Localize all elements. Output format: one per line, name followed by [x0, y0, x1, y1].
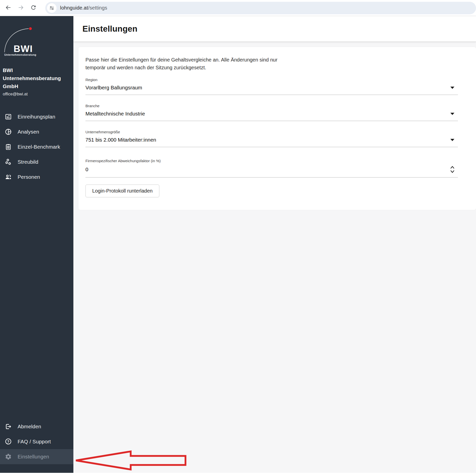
field-value: 751 bis 2.000 Mitarbeiter:innen	[85, 136, 156, 144]
sidebar-item-einzel-benchmark[interactable]: Einzel-Benchmark	[0, 139, 73, 154]
stepper-up-icon	[451, 166, 454, 168]
sidebar-footer-nav: Abmelden ? FAQ / Support	[0, 419, 73, 464]
reload-icon	[30, 4, 37, 12]
field-value: 0	[85, 166, 88, 173]
page-header: Einstellungen	[73, 16, 476, 41]
sidebar-nav: Einreihungsplan Analysen	[0, 109, 73, 185]
forward-icon	[18, 4, 24, 12]
field-value: Metalltechnische Industrie	[85, 110, 145, 117]
company-name-line: BWI	[3, 66, 69, 74]
sidebar-item-streubild[interactable]: Streubild	[0, 154, 73, 169]
reload-button[interactable]	[27, 2, 40, 14]
chevron-down-icon[interactable]	[450, 113, 454, 115]
region-field: Region Vorarlberg Ballungsraum	[85, 78, 458, 95]
field-label: Unternehmensgröße	[85, 130, 458, 134]
main-area: Einstellungen Passe hier die Einstellung…	[73, 16, 476, 473]
sidebar-item-einreihungsplan[interactable]: Einreihungsplan	[0, 109, 73, 124]
sidebar-item-label: Streubild	[18, 159, 38, 165]
sidebar-item-personen[interactable]: Personen	[0, 169, 73, 185]
settings-description: Passe hier die Einstellungen für deine G…	[85, 56, 284, 72]
unternehmensgroesse-field: Unternehmensgröße 751 bis 2.000 Mitarbei…	[85, 130, 458, 147]
annotation-arrow-left	[75, 450, 187, 470]
region-select[interactable]: Vorarlberg Ballungsraum	[85, 84, 458, 95]
sidebar-item-label: Einstellungen	[18, 454, 49, 460]
chevron-down-icon[interactable]	[450, 87, 454, 89]
clipboard-icon	[5, 143, 12, 151]
number-stepper[interactable]	[450, 165, 455, 174]
download-login-protocol-button[interactable]: Login-Protokoll runterladen	[85, 185, 159, 197]
bwi-logo: BWI Unternehmensberatung	[0, 23, 73, 63]
company-name-line: GmbH	[3, 82, 69, 90]
chevron-down-icon[interactable]	[450, 139, 454, 141]
logout-icon	[5, 423, 12, 430]
back-button[interactable]	[2, 2, 15, 14]
help-icon: ?	[5, 438, 12, 445]
branche-select[interactable]: Metalltechnische Industrie	[85, 110, 458, 121]
browser-toolbar: lohnguide.at/settings	[0, 0, 476, 16]
unternehmensgroesse-select[interactable]: 751 bis 2.000 Mitarbeiter:innen	[85, 136, 458, 147]
logo-sub-text: Unternehmensberatung	[4, 53, 36, 56]
field-value: Vorarlberg Ballungsraum	[85, 84, 142, 91]
sidebar-item-einstellungen[interactable]: Einstellungen	[0, 449, 73, 464]
company-name: BWI Unternehmensberatung GmbH	[3, 66, 69, 90]
branche-field: Branche Metalltechnische Industrie	[85, 104, 458, 121]
sidebar-item-abmelden[interactable]: Abmelden	[0, 419, 73, 434]
forward-button[interactable]	[15, 2, 27, 14]
plan-icon	[5, 113, 12, 121]
sidebar-item-label: Personen	[18, 174, 40, 180]
url-path: /settings	[88, 5, 107, 11]
field-label: Firmenspezifischer Abweichungsfaktor (in…	[85, 159, 458, 163]
svg-text:?: ?	[7, 440, 10, 444]
page-title: Einstellungen	[82, 24, 137, 34]
stepper-down-icon	[451, 171, 454, 172]
field-label: Region	[85, 78, 458, 82]
people-icon	[5, 173, 12, 181]
site-settings-icon[interactable]	[47, 3, 57, 13]
company-name-line: Unternehmensberatung	[3, 74, 69, 82]
content-area: Passe hier die Einstellungen für deine G…	[73, 41, 476, 473]
scatter-icon	[5, 158, 12, 166]
gear-icon	[5, 453, 12, 460]
sidebar-item-label: Einzel-Benchmark	[18, 144, 60, 150]
field-label: Branche	[85, 104, 458, 108]
abweichungsfaktor-field: Firmenspezifischer Abweichungsfaktor (in…	[85, 159, 458, 178]
logo-arc-graphic	[0, 23, 38, 63]
sidebar-item-analysen[interactable]: Analysen	[0, 124, 73, 139]
address-bar[interactable]: lohnguide.at/settings	[45, 2, 476, 14]
sidebar-item-faq-support[interactable]: ? FAQ / Support	[0, 434, 73, 449]
url-domain: lohnguide.at	[60, 5, 88, 11]
company-email: office@bwi.at	[3, 91, 73, 97]
back-icon	[5, 4, 12, 12]
sidebar: BWI Unternehmensberatung BWI Unternehmen…	[0, 16, 73, 473]
sidebar-item-label: Analysen	[18, 129, 39, 135]
sidebar-item-label: Abmelden	[18, 424, 41, 430]
sidebar-item-label: Einreihungsplan	[18, 114, 55, 120]
pie-chart-icon	[5, 128, 12, 136]
url-text[interactable]: lohnguide.at/settings	[60, 5, 107, 11]
sidebar-item-label: FAQ / Support	[18, 439, 51, 445]
logo-brand-text: BWI	[14, 44, 33, 54]
logo-red-dot	[29, 27, 32, 30]
abweichungsfaktor-input[interactable]: 0	[85, 165, 458, 178]
settings-card: Passe hier die Einstellungen für deine G…	[78, 47, 476, 210]
